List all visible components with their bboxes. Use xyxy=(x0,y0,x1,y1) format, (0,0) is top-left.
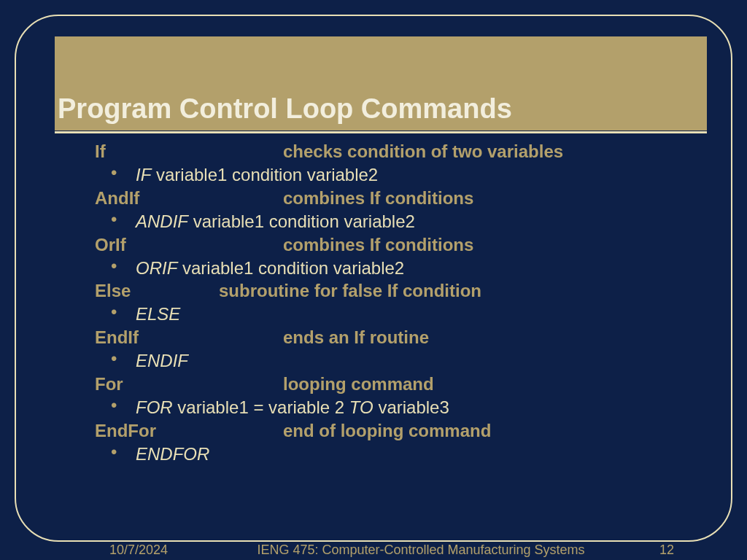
bullet-icon: • xyxy=(95,347,136,370)
bullet-icon: • xyxy=(95,161,136,184)
bullet-icon: • xyxy=(95,208,136,231)
command-name: EndIf xyxy=(95,326,283,349)
command-syntax-row: •ELSE xyxy=(95,303,703,326)
title-block: Program Control Loop Commands xyxy=(55,36,707,131)
footer-course: IENG 475: Computer-Controlled Manufactur… xyxy=(241,542,601,559)
command-syntax: ORIF variable1 condition variable2 xyxy=(136,257,404,280)
slide-title: Program Control Loop Commands xyxy=(55,88,707,131)
command-syntax-row: •FOR variable1 = variable 2 TO variable3 xyxy=(95,396,703,419)
command-description: end of looping command xyxy=(283,419,491,443)
command-syntax-row: •ENDFOR xyxy=(95,443,703,466)
bullet-icon: • xyxy=(95,440,136,464)
command-name: AndIf xyxy=(95,187,283,210)
syntax-keyword: ORIF xyxy=(136,258,177,278)
command-row: EndIfends an If routine xyxy=(95,326,703,349)
command-syntax-row: •IF variable1 condition variable2 xyxy=(95,163,703,187)
syntax-keyword: ENDFOR xyxy=(136,444,209,464)
bullet-icon: • xyxy=(95,254,136,278)
slide-body: Ifchecks condition of two variables•IF v… xyxy=(95,140,703,466)
command-syntax: IF variable1 condition variable2 xyxy=(136,163,378,187)
command-row: EndForend of looping command xyxy=(95,419,703,443)
command-name: If xyxy=(95,140,283,163)
command-syntax: ENDFOR xyxy=(136,443,209,466)
command-description: ends an If routine xyxy=(283,326,429,349)
syntax-keyword: ELSE xyxy=(136,304,180,324)
syntax-keyword: ANDIF xyxy=(136,211,188,231)
footer-page: 12 xyxy=(601,542,747,559)
command-description: looping command xyxy=(283,373,434,396)
command-row: Ifchecks condition of two variables xyxy=(95,140,703,163)
syntax-keyword: TO xyxy=(349,397,374,417)
command-syntax-row: •ORIF variable1 condition variable2 xyxy=(95,257,703,280)
command-syntax: FOR variable1 = variable 2 TO variable3 xyxy=(136,396,449,419)
command-name: EndFor xyxy=(95,419,283,443)
command-name: Else xyxy=(95,279,219,303)
command-syntax: ENDIF xyxy=(136,349,188,373)
command-name: For xyxy=(95,373,283,396)
command-row: Forlooping command xyxy=(95,373,703,396)
footer-date: 10/7/2024 xyxy=(0,542,241,559)
command-row: AndIfcombines If conditions xyxy=(95,187,703,210)
command-name: OrIf xyxy=(95,233,283,257)
command-description: subroutine for false If condition xyxy=(219,279,481,303)
command-syntax-row: •ANDIF variable1 condition variable2 xyxy=(95,210,703,233)
bullet-icon: • xyxy=(95,394,136,417)
syntax-keyword: FOR xyxy=(136,397,173,417)
command-description: checks condition of two variables xyxy=(283,140,563,163)
syntax-keyword: ENDIF xyxy=(136,351,188,370)
command-description: combines If conditions xyxy=(283,187,473,210)
bullet-icon: • xyxy=(95,300,136,324)
syntax-keyword: IF xyxy=(136,165,151,184)
command-syntax: ANDIF variable1 condition variable2 xyxy=(136,210,415,233)
command-row: OrIfcombines If conditions xyxy=(95,233,703,257)
command-syntax-row: •ENDIF xyxy=(95,349,703,373)
footer: 10/7/2024 IENG 475: Computer-Controlled … xyxy=(0,542,747,559)
command-row: Elsesubroutine for false If condition xyxy=(95,279,703,303)
command-description: combines If conditions xyxy=(283,233,473,257)
command-syntax: ELSE xyxy=(136,303,180,326)
title-underline xyxy=(55,131,707,133)
